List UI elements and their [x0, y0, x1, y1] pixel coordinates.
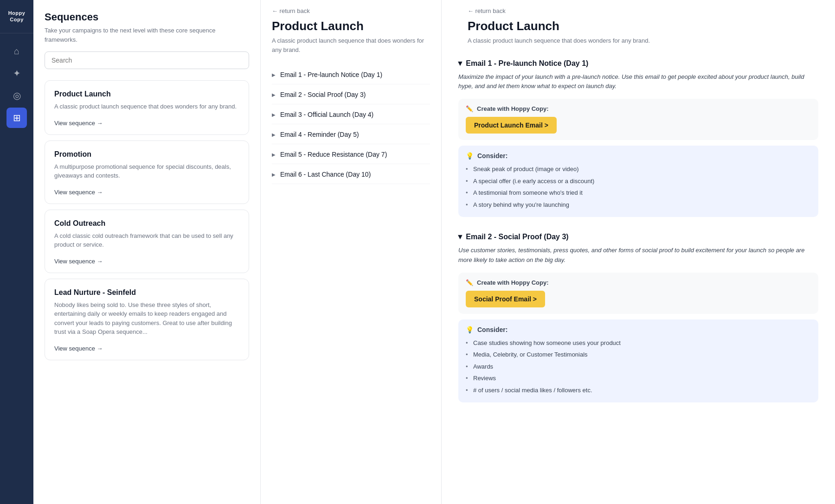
email-section-header-label-2: ▼ Email 2 - Social Proof (Day 3): [456, 233, 569, 241]
triangle-icon: ▶: [272, 172, 276, 177]
consider-box-2: 💡 Consider: Case studies showing how som…: [458, 319, 818, 403]
middle-panel-subtitle: A classic product launch sequence that d…: [261, 36, 441, 62]
email-item-label: Email 3 - Official Launch (Day 4): [280, 111, 373, 118]
right-panel: ← return back Product Launch A classic p…: [442, 0, 835, 504]
consider-box-1: 💡 Consider: Sneak peak of product (image…: [458, 146, 818, 217]
sequence-card-desc: Nobody likes being sold to. Use these th…: [54, 300, 239, 337]
email-item-label: Email 2 - Social Proof (Day 3): [280, 91, 366, 98]
consider-item: Sneak peak of product (image or video): [466, 163, 811, 175]
right-panel-inner: ← return back Product Launch A classic p…: [442, 0, 835, 430]
logo-text-2: Copy: [10, 17, 24, 23]
consider-item: Reviews: [466, 372, 811, 384]
lightbulb-icon-1: 💡: [466, 152, 474, 159]
left-panel-header: Sequences Take your campaigns to the nex…: [33, 0, 260, 75]
pencil-icon-2: ✏️: [466, 279, 473, 286]
sequence-list: Product Launch A classic product launch …: [33, 75, 260, 366]
email-item-5[interactable]: ▶ Email 5 - Reduce Resistance (Day 7): [272, 145, 430, 164]
sidebar-item-magic[interactable]: ✦: [6, 63, 27, 83]
consider-item: Case studies showing how someone uses yo…: [466, 337, 811, 349]
email-description-1: Maximize the impact of your launch with …: [458, 72, 818, 92]
consider-list-2: Case studies showing how someone uses yo…: [466, 337, 811, 396]
right-panel-title: Product Launch: [456, 14, 820, 36]
email-item-label: Email 5 - Reduce Resistance (Day 7): [280, 151, 387, 158]
email-item-label: Email 6 - Last Chance (Day 10): [280, 171, 371, 178]
consider-label-1: 💡 Consider:: [466, 152, 811, 159]
sequence-card-desc: A classic product launch sequence that d…: [54, 102, 239, 111]
create-box-2: ✏️ Create with Hoppy Copy: Social Proof …: [458, 273, 818, 314]
sequence-card-product-launch[interactable]: Product Launch A classic product launch …: [45, 80, 249, 135]
search-input[interactable]: [45, 51, 249, 69]
sequence-card-title: Product Launch: [54, 90, 239, 98]
middle-panel-title: Product Launch: [261, 14, 441, 36]
sidebar-item-email[interactable]: ◎: [6, 85, 27, 106]
email-section-body-1: Maximize the impact of your launch with …: [456, 72, 820, 217]
create-box-label-1: ✏️ Create with Hoppy Copy:: [466, 105, 811, 112]
sequence-card-title: Promotion: [54, 150, 239, 159]
sequence-card-title: Lead Nurture - Seinfeld: [54, 288, 239, 297]
pencil-icon: ✏️: [466, 105, 473, 112]
email-section-1: ▼ Email 1 - Pre-launch Notice (Day 1) Ma…: [456, 53, 820, 217]
sidebar: Hoppy Copy ⌂ ✦ ◎ ⊞: [0, 0, 33, 504]
email-item-2[interactable]: ▶ Email 2 - Social Proof (Day 3): [272, 85, 430, 104]
left-panel: Sequences Take your campaigns to the nex…: [33, 0, 261, 504]
email-item-6[interactable]: ▶ Email 6 - Last Chance (Day 10): [272, 165, 430, 184]
sequence-card-link[interactable]: View sequence →: [54, 345, 103, 352]
create-box-label-2: ✏️ Create with Hoppy Copy:: [466, 279, 811, 286]
sequence-card-link[interactable]: View sequence →: [54, 189, 103, 196]
sequence-card-promotion[interactable]: Promotion A multipurpose promotional seq…: [45, 140, 249, 204]
consider-item: Media, Celebrity, or Customer Testimonia…: [466, 349, 811, 361]
triangle-icon: ▶: [272, 92, 276, 97]
app-logo: Hoppy Copy: [0, 0, 33, 33]
consider-item: A story behind why you're launching: [466, 199, 811, 211]
sequences-subtitle: Take your campaigns to the next level wi…: [45, 26, 249, 44]
consider-item: Awards: [466, 361, 811, 373]
email-item-4[interactable]: ▶ Email 4 - Reminder (Day 5): [272, 125, 430, 144]
create-btn-1[interactable]: Product Launch Email >: [466, 117, 557, 134]
triangle-icon: ▶: [272, 112, 276, 117]
consider-list-1: Sneak peak of product (image or video) A…: [466, 163, 811, 211]
middle-return-back[interactable]: ← return back: [261, 0, 441, 14]
sequence-card-lead-nurture[interactable]: Lead Nurture - Seinfeld Nobody likes bei…: [45, 279, 249, 360]
middle-panel: ← return back Product Launch A classic p…: [261, 0, 442, 504]
email-item-3[interactable]: ▶ Email 3 - Official Launch (Day 4): [272, 105, 430, 124]
sidebar-item-home[interactable]: ⌂: [6, 41, 27, 61]
consider-label-2: 💡 Consider:: [466, 326, 811, 333]
email-item-label: Email 4 - Reminder (Day 5): [280, 131, 359, 138]
sequence-card-desc: A cold classic cold outreach framework t…: [54, 231, 239, 249]
create-btn-2[interactable]: Social Proof Email >: [466, 291, 545, 307]
consider-item: A testimonial from someone who's tried i…: [466, 187, 811, 199]
sequence-card-desc: A multipurpose promotional sequence for …: [54, 162, 239, 180]
triangle-icon: ▶: [272, 152, 276, 157]
email-description-2: Use customer stories, testimonials, pres…: [458, 246, 818, 265]
email-section-header-1[interactable]: ▼ Email 1 - Pre-launch Notice (Day 1): [456, 53, 820, 72]
email-section-header-2[interactable]: ▼ Email 2 - Social Proof (Day 3): [456, 226, 820, 246]
lightbulb-icon-2: 💡: [466, 326, 474, 333]
sequence-card-link[interactable]: View sequence →: [54, 120, 103, 127]
consider-item: A special offer (i.e early access or a d…: [466, 175, 811, 187]
create-box-1: ✏️ Create with Hoppy Copy: Product Launc…: [458, 99, 818, 140]
email-section-header-label-1: ▼ Email 1 - Pre-launch Notice (Day 1): [456, 59, 588, 68]
sequence-card-link[interactable]: View sequence →: [54, 258, 103, 265]
sequences-title: Sequences: [45, 11, 249, 23]
right-panel-subtitle: A classic product launch sequence that d…: [456, 36, 820, 53]
email-list: ▶ Email 1 - Pre-launch Notice (Day 1) ▶ …: [261, 62, 441, 188]
email-section-2: ▼ Email 2 - Social Proof (Day 3) Use cus…: [456, 226, 820, 402]
triangle-icon: ▶: [272, 132, 276, 137]
triangle-icon: ▶: [272, 72, 276, 77]
consider-item: # of users / social media likes / follow…: [466, 384, 811, 396]
sequence-card-cold-outreach[interactable]: Cold Outreach A cold classic cold outrea…: [45, 210, 249, 273]
right-return-back[interactable]: ← return back: [456, 0, 820, 14]
email-item-label: Email 1 - Pre-launch Notice (Day 1): [280, 71, 382, 78]
email-section-body-2: Use customer stories, testimonials, pres…: [456, 246, 820, 402]
sidebar-nav: ⌂ ✦ ◎ ⊞: [6, 33, 27, 504]
sequence-card-title: Cold Outreach: [54, 219, 239, 228]
sidebar-item-sequences[interactable]: ⊞: [6, 108, 27, 128]
logo-text: Hoppy: [8, 10, 26, 16]
email-item-1[interactable]: ▶ Email 1 - Pre-launch Notice (Day 1): [272, 65, 430, 84]
